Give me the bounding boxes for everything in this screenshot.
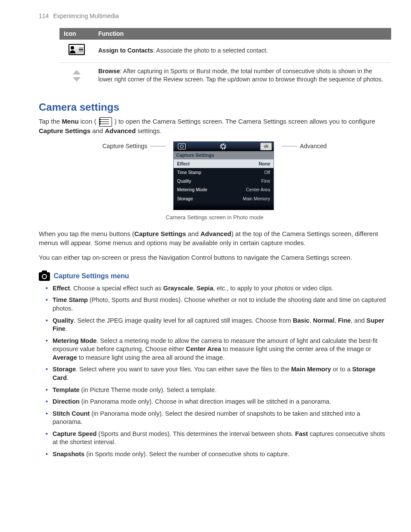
body-paragraph: You can either tap on-screen or press th… — [39, 253, 390, 262]
settings-row: Time Stamp Off — [174, 168, 274, 177]
browse-arrows-icon — [70, 70, 83, 82]
section-heading: Camera settings — [39, 100, 390, 114]
list-item: Snapshots (in Sports mode only). Select … — [46, 450, 390, 459]
col-function: Function — [94, 28, 391, 40]
figure-caption: Camera Settings screen in Photo mode — [39, 214, 390, 221]
gear-icon — [220, 143, 226, 149]
list-item: Quality. Select the JPEG image quality l… — [46, 317, 390, 333]
col-icon: Icon — [59, 28, 94, 40]
list-item: Effect. Choose a special effect such as … — [46, 284, 390, 293]
settings-row: Metering Mode Center Area — [174, 185, 274, 194]
fn-title: Browse — [98, 68, 120, 75]
list-item: Time Stamp (Photo, Sports and Burst mode… — [46, 296, 390, 313]
list-item: Stitch Count (in Panorama mode only). Se… — [46, 410, 390, 426]
camera-tab-icon — [178, 143, 186, 149]
settings-row: Effect None — [174, 159, 274, 168]
table-row: Assign to Contacts: Associate the photo … — [59, 40, 391, 62]
figure-label-left: Capture Settings — [103, 141, 165, 150]
device-screenshot: ok Capture Settings Effect None Time Sta… — [173, 141, 274, 210]
list-item: Capture Speed (Sports and Burst modes). … — [46, 430, 390, 447]
menu-icon — [99, 117, 112, 127]
list-item: Metering Mode. Select a metering mode to… — [46, 337, 390, 362]
fn-desc: : Associate the photo to a selected cont… — [153, 47, 268, 54]
page-number: 114 — [39, 12, 49, 20]
list-item: Direction (in Panorama mode only). Choos… — [46, 398, 390, 406]
function-cell: Assign to Contacts: Associate the photo … — [94, 40, 391, 62]
chapter-title: Experiencing Multimedia — [53, 12, 119, 19]
settings-row: Storage Main Memory — [174, 194, 274, 203]
fn-desc: : After capturing in Sports or Burst mod… — [98, 68, 383, 83]
function-cell: Browse: After capturing in Sports or Bur… — [94, 63, 391, 89]
body-paragraph: When you tap the menu buttons (Capture S… — [39, 230, 390, 247]
fn-title: Assign to Contacts — [98, 47, 153, 54]
arrow-up-icon — [73, 70, 81, 75]
assign-contacts-icon — [68, 44, 85, 55]
panel-title: Capture Settings — [174, 151, 274, 159]
figure-label-right: Advanced — [282, 141, 327, 150]
capture-settings-list: Effect. Choose a special effect such as … — [46, 284, 390, 459]
ok-button: ok — [260, 143, 272, 150]
intro-paragraph: Tap the Menu icon ( ) to open the Camera… — [39, 117, 390, 135]
icon-function-table: Icon Function Assign to Contacts: Associ… — [59, 28, 391, 89]
list-item: Storage. Select where you want to save y… — [46, 365, 390, 382]
arrow-down-icon — [73, 77, 81, 82]
settings-row: Quality Fine — [174, 177, 274, 185]
subsection-heading: Capture Settings menu — [39, 271, 390, 281]
list-item: Template (in Picture Theme mode only). S… — [46, 386, 390, 395]
camera-settings-figure: Capture Settings ok Capture Settings Eff… — [39, 141, 390, 221]
camera-icon — [39, 272, 50, 281]
settings-rows: Effect None Time Stamp Off Quality Fine … — [174, 159, 274, 203]
table-row: Browse: After capturing in Sports or Bur… — [59, 63, 391, 89]
running-head: 114 Experiencing Multimedia — [39, 12, 390, 20]
